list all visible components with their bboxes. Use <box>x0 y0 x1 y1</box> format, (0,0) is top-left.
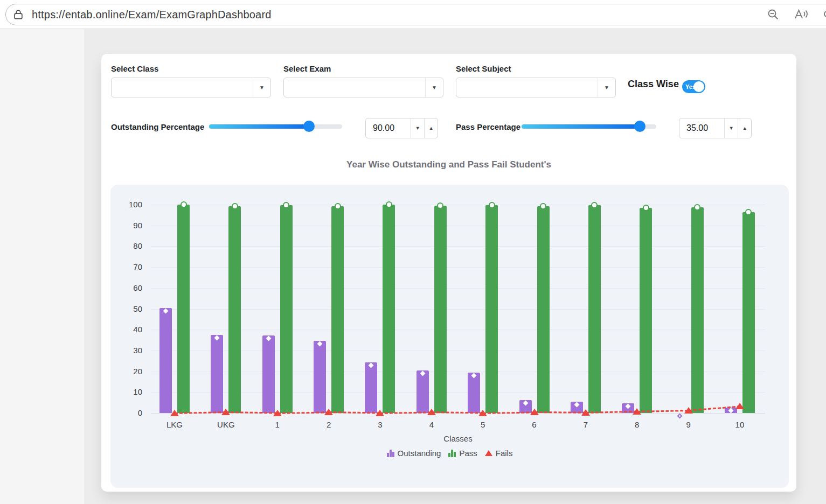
outstanding-marker-9 <box>677 414 682 419</box>
chart-legend: OutstandingPassFails <box>110 449 789 458</box>
pass-marker-8 <box>643 205 649 211</box>
x-axis-tick-8: 8 <box>618 420 656 429</box>
zoom-out-icon[interactable] <box>767 8 780 21</box>
y-axis-tick-0: 0 <box>116 408 142 417</box>
pass-marker-UKG <box>232 203 238 209</box>
bar-pass-5 <box>485 205 498 413</box>
fails-marker-4 <box>427 409 436 415</box>
select-exam-combobox[interactable]: ▼ <box>283 78 443 97</box>
pass-marker-9 <box>694 204 700 211</box>
pass-marker-6 <box>540 203 546 209</box>
class-wise-toggle[interactable]: Yes <box>682 80 705 93</box>
select-subject-dropdown-caret-icon[interactable]: ▼ <box>598 78 615 97</box>
legend-item-fails[interactable]: Fails <box>485 449 513 458</box>
y-axis-tick-30: 30 <box>116 346 142 355</box>
outstanding-slider[interactable] <box>209 124 342 129</box>
outstanding-slider-knob[interactable] <box>303 121 315 132</box>
legend-item-pass[interactable]: Pass <box>448 449 477 458</box>
pass-value[interactable]: 35.00 <box>679 118 724 138</box>
toggle-knob[interactable] <box>693 81 704 92</box>
url-bar[interactable]: https://entab.online/Exam/ExamGraphDashb… <box>5 4 826 25</box>
bar-outstanding-UKG <box>211 335 223 413</box>
left-sidebar-area <box>0 29 84 504</box>
gridline-y-90 <box>151 226 765 226</box>
gridline-y-50 <box>151 309 765 310</box>
outstanding-decrease-caret-icon[interactable]: ▼ <box>411 118 424 138</box>
select-subject-combobox[interactable]: ▼ <box>456 78 616 97</box>
pass-marker-2 <box>335 203 341 209</box>
gridline-y-10 <box>151 392 765 393</box>
fails-marker-2 <box>324 409 333 415</box>
legend-item-outstanding[interactable]: Outstanding <box>387 449 441 458</box>
pass-increase-caret-icon[interactable]: ▲ <box>738 118 751 138</box>
pass-slider-knob[interactable] <box>634 121 645 132</box>
legend-bar-icon <box>387 450 394 457</box>
outstanding-value[interactable]: 90.00 <box>366 118 411 138</box>
select-class-label: Select Class <box>111 64 158 73</box>
select-class-input[interactable] <box>112 78 253 97</box>
y-axis-tick-10: 10 <box>116 387 142 396</box>
legend-label: Pass <box>459 449 477 458</box>
bar-outstanding-LKG <box>159 308 172 413</box>
class-wise-label: Class Wise <box>628 79 679 90</box>
browser-toolbar: https://entab.online/Exam/ExamGraphDashb… <box>0 0 826 29</box>
bar-pass-UKG <box>228 206 241 413</box>
fails-marker-7 <box>581 409 590 416</box>
dashboard-card: Select Class ▼ Select Exam ▼ Select Subj… <box>101 54 796 492</box>
fails-marker-5 <box>478 410 487 416</box>
outstanding-slider-fill <box>209 124 309 129</box>
x-axis-tick-2: 2 <box>310 420 348 429</box>
pass-decrease-caret-icon[interactable]: ▼ <box>724 118 738 138</box>
page-background: Select Class ▼ Select Exam ▼ Select Subj… <box>0 29 826 504</box>
fails-marker-LKG <box>170 410 179 416</box>
select-exam-input[interactable] <box>284 78 425 97</box>
y-axis-tick-50: 50 <box>116 304 142 313</box>
x-axis-tick-9: 9 <box>670 420 707 429</box>
bar-pass-8 <box>640 208 652 413</box>
legend-label: Fails <box>496 449 513 458</box>
y-axis-tick-90: 90 <box>116 221 142 230</box>
pass-marker-LKG <box>181 201 187 208</box>
outstanding-value-spinner[interactable]: 90.00 ▼ ▲ <box>365 118 438 138</box>
y-axis-tick-40: 40 <box>116 325 142 334</box>
bar-outstanding-5 <box>468 373 480 413</box>
y-axis-tick-60: 60 <box>116 283 142 292</box>
bar-pass-6 <box>537 206 550 413</box>
chart-title: Year Wise Outstanding and Pass Fail Stud… <box>101 159 796 170</box>
outstanding-increase-caret-icon[interactable]: ▲ <box>424 118 438 138</box>
fails-marker-10 <box>735 403 744 409</box>
select-subject-input[interactable] <box>456 78 598 97</box>
pass-value-spinner[interactable]: 35.00 ▼ ▲ <box>679 118 752 138</box>
outstanding-percentage-label: Outstanding Percentage <box>111 122 204 131</box>
select-exam-dropdown-caret-icon[interactable]: ▼ <box>425 78 443 97</box>
pass-slider-fill <box>522 124 640 129</box>
favorites-icon[interactable] <box>823 8 826 21</box>
x-axis-tick-4: 4 <box>413 420 450 429</box>
x-axis-tick-7: 7 <box>567 420 605 429</box>
y-axis-tick-70: 70 <box>116 262 142 271</box>
gridline-y-100 <box>151 205 765 205</box>
read-aloud-icon[interactable] <box>794 8 809 21</box>
pass-marker-1 <box>283 202 289 208</box>
pass-marker-5 <box>489 202 495 208</box>
gridline-y-20 <box>151 372 765 372</box>
y-axis-tick-80: 80 <box>116 241 142 250</box>
y-axis-tick-100: 100 <box>116 200 142 209</box>
x-axis-tick-10: 10 <box>721 420 759 429</box>
x-axis-tick-5: 5 <box>464 420 502 429</box>
select-class-combobox[interactable]: ▼ <box>111 78 271 97</box>
select-subject-label: Select Subject <box>456 64 511 73</box>
bar-outstanding-4 <box>417 370 429 413</box>
bar-outstanding-3 <box>365 362 377 413</box>
fails-marker-UKG <box>221 409 230 415</box>
legend-triangle-icon <box>485 450 492 456</box>
legend-bar-icon <box>448 450 456 457</box>
x-axis-tick-6: 6 <box>516 420 553 429</box>
lock-icon[interactable] <box>12 8 24 21</box>
x-axis-label: Classes <box>426 434 490 443</box>
url-text[interactable]: https://entab.online/Exam/ExamGraphDashb… <box>32 9 272 21</box>
pass-slider[interactable] <box>522 124 656 129</box>
fails-marker-1 <box>273 410 282 416</box>
pass-percentage-label: Pass Percentage <box>456 122 520 131</box>
select-class-dropdown-caret-icon[interactable]: ▼ <box>253 78 270 97</box>
